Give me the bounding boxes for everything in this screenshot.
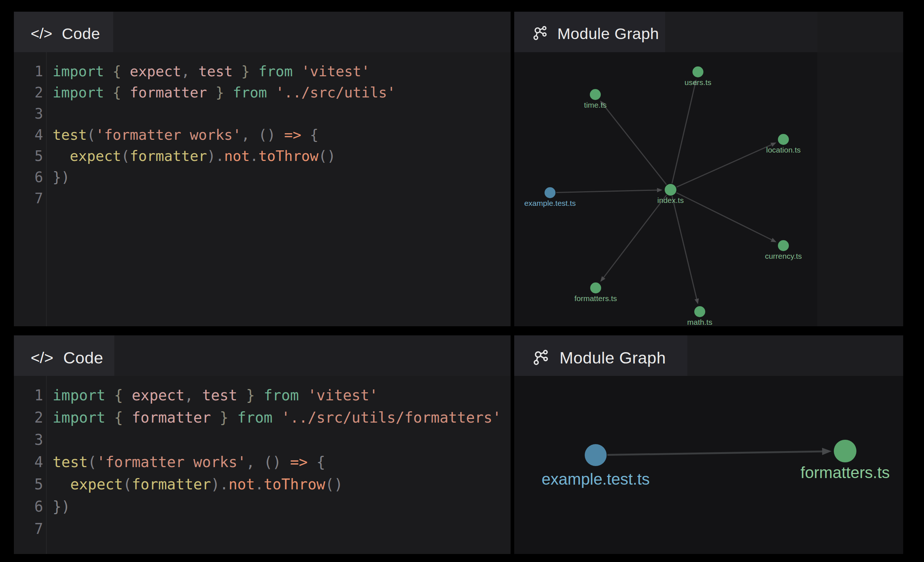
module-graph-icon	[531, 25, 549, 42]
code-line-content: expect(formatter).not.toThrow()	[43, 473, 343, 496]
code-line: 1import { expect, test } from 'vitest'	[14, 384, 511, 407]
line-number: 7	[14, 188, 43, 209]
module-graph-svg-bottom: example.test.tsformatters.ts	[514, 376, 903, 554]
graph-node-label-formatters: formatters.ts	[801, 463, 890, 481]
code-line: 3	[14, 429, 511, 451]
code-line: 6})	[14, 167, 511, 188]
graph-node-location[interactable]	[778, 134, 789, 145]
graph-node-label-time: time.ts	[584, 101, 607, 109]
code-line-content: })	[43, 496, 70, 518]
code-line-content: test('formatter works', () => {	[43, 451, 326, 473]
tab-module-graph-top[interactable]: Module Graph	[514, 12, 665, 55]
graph-edge	[676, 145, 771, 187]
line-number: 1	[14, 384, 43, 407]
tab-code-bottom[interactable]: </> Code	[14, 335, 114, 380]
code-line: 3	[14, 103, 511, 124]
tab-label: Code	[62, 25, 100, 43]
graph-edge	[603, 105, 666, 185]
graph-edge	[676, 193, 772, 240]
line-number: 5	[14, 473, 43, 496]
code-line-content	[43, 103, 52, 124]
graph-node-currency[interactable]	[778, 240, 789, 251]
graph-node-example[interactable]	[544, 187, 555, 198]
code-line: 4test('formatter works', () => {	[14, 451, 511, 473]
graph-edge	[672, 196, 696, 299]
graph-edge-arrowhead	[694, 299, 699, 304]
graph-node-time[interactable]	[590, 89, 601, 100]
graph-edge	[608, 451, 822, 455]
line-number: 6	[14, 167, 43, 188]
line-number: 3	[14, 103, 43, 124]
code-line: 2import { formatter } from '../src/utils…	[14, 82, 511, 103]
code-block-bottom: 1import { expect, test } from 'vitest'2i…	[14, 376, 511, 554]
code-line: 7	[14, 518, 511, 540]
code-line-content: import { formatter } from '../src/utils/…	[43, 407, 501, 429]
line-number: 1	[14, 61, 43, 82]
code-line: 5 expect(formatter).not.toThrow()	[14, 473, 511, 496]
graph-node-label-index: index.ts	[657, 196, 684, 204]
graph-node-users[interactable]	[693, 66, 704, 77]
code-line-content: expect(formatter).not.toThrow()	[43, 146, 336, 167]
tab-label: Module Graph	[557, 25, 659, 43]
code-line: 1import { expect, test } from 'vitest'	[14, 61, 511, 82]
code-line: 7	[14, 188, 511, 209]
graph-node-formatters[interactable]	[590, 282, 601, 293]
graph-node-index[interactable]	[665, 184, 676, 196]
graph-node-label-users: users.ts	[684, 78, 711, 87]
line-number: 4	[14, 451, 43, 473]
code-line-content	[43, 188, 52, 209]
code-line: 4test('formatter works', () => {	[14, 124, 511, 146]
line-number: 7	[14, 518, 43, 540]
module-graph-icon	[531, 348, 550, 368]
graph-node-math[interactable]	[694, 306, 705, 317]
code-line-content	[43, 429, 52, 451]
line-number: 2	[14, 407, 43, 429]
line-number: 4	[14, 124, 43, 146]
graph-edge	[604, 195, 666, 277]
code-icon: </>	[31, 349, 53, 367]
graph-node-label-example: example.test.ts	[542, 470, 650, 488]
graph-node-label-formatters: formatters.ts	[574, 294, 617, 302]
code-line: 6})	[14, 496, 511, 518]
graph-edge	[672, 85, 695, 183]
code-block-top: 1import { expect, test } from 'vitest'2i…	[14, 52, 511, 326]
graph-node-formatters[interactable]	[834, 440, 856, 462]
graph-edge-arrowhead	[771, 238, 777, 242]
page-root: </> Code 1import { expect, test } from '…	[0, 0, 924, 562]
graph-edge	[556, 190, 657, 193]
graph-node-label-example: example.test.ts	[524, 199, 576, 207]
code-line: 5 expect(formatter).not.toThrow()	[14, 146, 511, 167]
graph-node-label-currency: currency.ts	[765, 252, 802, 260]
code-line-content: import { expect, test } from 'vitest'	[43, 384, 378, 407]
graph-node-label-location: location.ts	[766, 146, 801, 154]
module-graph-svg-top: users.tstime.tslocation.tsindex.tsexampl…	[514, 52, 818, 326]
module-graph-right-filler	[818, 52, 903, 326]
tab-module-graph-bottom[interactable]: Module Graph	[514, 335, 687, 380]
code-line-content: })	[43, 167, 70, 188]
tab-label: Code	[63, 348, 104, 368]
graph-panel-header-filler-top	[818, 12, 903, 52]
graph-node-label-math: math.ts	[687, 318, 712, 326]
tab-label: Module Graph	[560, 348, 666, 368]
code-line-content: test('formatter works', () => {	[43, 124, 318, 146]
line-number: 6	[14, 496, 43, 518]
line-number: 5	[14, 146, 43, 167]
code-line-content: import { formatter } from '../src/utils'	[43, 82, 396, 103]
code-line: 2import { formatter } from '../src/utils…	[14, 407, 511, 429]
code-line-content: import { expect, test } from 'vitest'	[43, 61, 370, 82]
graph-edge-arrowhead	[657, 188, 663, 192]
tab-code-top[interactable]: </> Code	[14, 12, 113, 55]
graph-node-example[interactable]	[585, 444, 607, 466]
line-number: 3	[14, 429, 43, 451]
line-number: 2	[14, 82, 43, 103]
graph-edge-arrowhead	[822, 448, 832, 455]
code-line-content	[43, 518, 52, 540]
code-icon: </>	[31, 25, 52, 42]
